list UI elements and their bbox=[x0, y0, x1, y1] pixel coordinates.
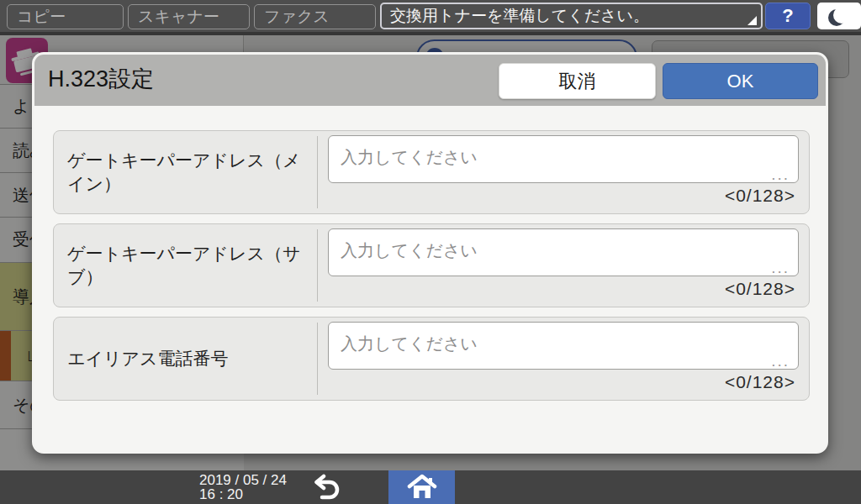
home-icon bbox=[406, 473, 438, 501]
input-ellipsis-icon: ... bbox=[771, 166, 790, 182]
h323-settings-dialog: H.323設定 取消 OK ゲートキーパーアドレス（メイン） 入力してください … bbox=[32, 52, 828, 454]
dialog-header: H.323設定 取消 OK bbox=[34, 55, 826, 106]
time-text: 16 : 20 bbox=[199, 487, 287, 501]
char-counter: <0/128> bbox=[725, 186, 795, 206]
crescent-moon-icon bbox=[833, 7, 850, 24]
field-row-gatekeeper-main: ゲートキーパーアドレス（メイン） 入力してください ... <0/128> bbox=[53, 130, 810, 214]
gatekeeper-main-input[interactable]: 入力してください ... bbox=[328, 135, 799, 183]
status-message-text: 交換用トナーを準備してください。 bbox=[390, 7, 649, 24]
cancel-button[interactable]: 取消 bbox=[499, 63, 656, 99]
field-label: エイリアス電話番号 bbox=[54, 318, 316, 400]
gatekeeper-sub-input[interactable]: 入力してください ... bbox=[328, 228, 799, 276]
help-button[interactable]: ? bbox=[765, 3, 811, 29]
tab-fax[interactable]: ファクス bbox=[254, 4, 376, 29]
top-tab-bar: コピー スキャナー ファクス 交換用トナーを準備してください。 ? bbox=[0, 0, 861, 35]
input-placeholder: 入力してください bbox=[341, 239, 478, 262]
status-message-box[interactable]: 交換用トナーを準備してください。 bbox=[380, 3, 763, 29]
dialog-title: H.323設定 bbox=[48, 55, 154, 106]
status-more-triangle-icon bbox=[747, 16, 757, 25]
field-divider bbox=[317, 229, 318, 302]
char-counter: <0/128> bbox=[725, 279, 795, 299]
char-counter: <0/128> bbox=[725, 372, 795, 392]
field-label: ゲートキーパーアドレス（メイン） bbox=[54, 131, 316, 213]
energy-saver-button[interactable] bbox=[817, 3, 861, 29]
ok-button[interactable]: OK bbox=[663, 63, 818, 99]
alias-phone-number-input[interactable]: 入力してください ... bbox=[328, 322, 799, 370]
system-bottom-bar: 2019 / 05 / 24 16 : 20 bbox=[0, 470, 861, 504]
field-row-alias-phone-number: エイリアス電話番号 入力してください ... <0/128> bbox=[53, 317, 810, 401]
tab-copy[interactable]: コピー bbox=[7, 4, 124, 29]
home-button[interactable] bbox=[388, 470, 455, 504]
input-placeholder: 入力してください bbox=[341, 333, 478, 355]
tab-scanner[interactable]: スキャナー bbox=[128, 4, 250, 29]
field-divider bbox=[317, 323, 318, 395]
input-placeholder: 入力してください bbox=[341, 146, 478, 169]
back-arrow-icon bbox=[308, 474, 340, 501]
field-row-gatekeeper-sub: ゲートキーパーアドレス（サブ） 入力してください ... <0/128> bbox=[53, 223, 810, 307]
field-label: ゲートキーパーアドレス（サブ） bbox=[54, 224, 316, 307]
back-button[interactable] bbox=[298, 470, 349, 504]
field-divider bbox=[317, 136, 318, 208]
screen: コピー スキャナー ファクス 交換用トナーを準備してください。 ? bbox=[0, 0, 861, 504]
input-ellipsis-icon: ... bbox=[771, 260, 790, 276]
datetime-display: 2019 / 05 / 24 16 : 20 bbox=[199, 473, 287, 501]
date-text: 2019 / 05 / 24 bbox=[199, 473, 287, 487]
input-ellipsis-icon: ... bbox=[771, 353, 790, 369]
